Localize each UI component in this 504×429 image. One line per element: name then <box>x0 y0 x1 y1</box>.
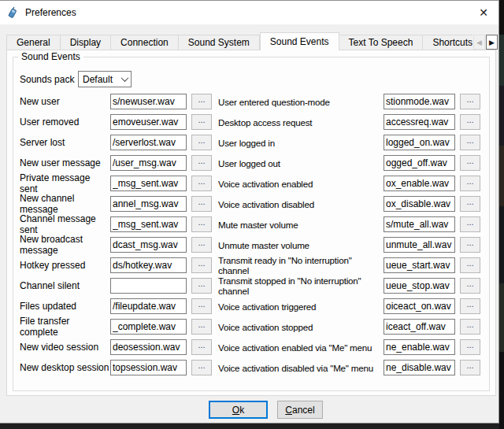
sound-file-input[interactable] <box>110 196 187 212</box>
sound-file-input[interactable] <box>110 135 187 150</box>
browse-button[interactable]: ... <box>460 114 480 130</box>
cancel-button[interactable]: Cancel <box>277 401 323 419</box>
browse-button[interactable]: ... <box>191 135 212 150</box>
browse-button[interactable]: ... <box>191 216 212 232</box>
preferences-dialog: Preferences ✕ GeneralDisplayConnectionSo… <box>0 0 499 423</box>
sound-file-input[interactable] <box>384 237 455 253</box>
sound-file-input[interactable] <box>110 339 187 355</box>
sound-event-row: Voice activation disabled via "Me" menu.… <box>218 360 480 375</box>
tab-general[interactable]: General <box>6 35 61 50</box>
sound-events-column-left: New user...User removed...Server lost...… <box>20 94 212 380</box>
sound-event-row: User entered question-mode... <box>218 94 480 109</box>
browse-button[interactable]: ... <box>460 135 480 150</box>
tab-text-to-speech[interactable]: Text To Speech <box>339 35 424 50</box>
browse-button[interactable]: ... <box>191 155 212 171</box>
sounds-pack-label: Sounds pack <box>20 74 74 85</box>
browse-button[interactable]: ... <box>191 278 212 294</box>
sound-file-input[interactable] <box>110 298 187 314</box>
sound-event-row: Hotkey pressed... <box>20 257 212 273</box>
sound-event-row: Voice activation stopped... <box>218 319 480 335</box>
tab-sound-system[interactable]: Sound System <box>179 35 260 50</box>
browse-button[interactable]: ... <box>460 298 480 314</box>
browse-button[interactable]: ... <box>460 216 480 232</box>
sound-event-label: File transfer complete <box>20 316 110 338</box>
sound-file-input[interactable] <box>384 176 455 191</box>
browse-button[interactable]: ... <box>460 360 480 375</box>
window-title: Preferences <box>25 7 76 18</box>
sound-file-input[interactable] <box>110 176 187 191</box>
sound-file-input[interactable] <box>384 196 455 212</box>
browse-button[interactable]: ... <box>191 257 212 273</box>
sound-event-row: New desktop session... <box>20 360 212 375</box>
sound-event-row: User removed... <box>20 114 212 130</box>
tab-scroll-left-icon: ◀ <box>473 35 485 50</box>
sound-file-input[interactable] <box>110 319 187 335</box>
browse-button[interactable]: ... <box>191 339 212 355</box>
browse-button[interactable]: ... <box>191 196 212 212</box>
ok-button[interactable]: Ok <box>209 401 268 419</box>
sound-event-label: Voice activation enabled via "Me" menu <box>218 342 384 353</box>
sound-file-input[interactable] <box>384 298 455 314</box>
browse-button[interactable]: ... <box>460 339 480 355</box>
groupbox-title: Sound Events <box>18 51 83 62</box>
sound-file-input[interactable] <box>110 278 187 294</box>
browse-button[interactable]: ... <box>460 155 480 171</box>
sound-file-input[interactable] <box>384 339 455 355</box>
sound-event-label: Server lost <box>20 137 110 148</box>
close-icon[interactable]: ✕ <box>472 2 495 23</box>
sound-file-input[interactable] <box>110 114 187 130</box>
sound-event-label: Channel silent <box>20 280 110 291</box>
browse-button[interactable]: ... <box>460 319 480 335</box>
browse-button[interactable]: ... <box>191 298 212 314</box>
browse-button[interactable]: ... <box>191 360 212 375</box>
sound-event-label: Private message sent <box>20 172 110 194</box>
sound-event-label: New video session <box>20 342 110 353</box>
browse-button[interactable]: ... <box>460 257 480 273</box>
browse-button[interactable]: ... <box>191 319 212 335</box>
tab-display[interactable]: Display <box>61 35 111 50</box>
sound-file-input[interactable] <box>384 360 455 375</box>
browse-button[interactable]: ... <box>460 237 480 253</box>
sound-file-input[interactable] <box>110 257 187 273</box>
browse-button[interactable]: ... <box>191 94 212 109</box>
sound-event-row: User logged in... <box>218 135 480 150</box>
browse-button[interactable]: ... <box>191 237 212 253</box>
sound-event-row: User logged out... <box>218 155 480 171</box>
sound-event-row: Channel message sent... <box>20 216 212 232</box>
browse-button[interactable]: ... <box>191 114 212 130</box>
sound-event-label: User removed <box>20 116 110 128</box>
sound-event-row: Mute master volume... <box>218 216 480 232</box>
sound-event-label: Voice activation enabled <box>218 179 384 189</box>
sound-file-input[interactable] <box>110 237 187 253</box>
tab-scroll-right-icon[interactable]: ▶ <box>486 35 498 50</box>
sound-event-row: New user message... <box>20 155 212 171</box>
tab-sound-events[interactable]: Sound Events <box>260 32 339 50</box>
sounds-pack-select[interactable]: Default <box>78 71 132 87</box>
sound-file-input[interactable] <box>384 135 455 150</box>
sound-file-input[interactable] <box>384 257 455 273</box>
sound-event-row: Transmit ready in "No interruption" chan… <box>218 257 480 273</box>
sound-file-input[interactable] <box>384 319 455 335</box>
browse-button[interactable]: ... <box>460 278 480 294</box>
browse-button[interactable]: ... <box>460 94 480 109</box>
browse-button[interactable]: ... <box>191 176 212 191</box>
sound-event-label: Desktop access request <box>218 117 384 128</box>
sound-event-label: User entered question-mode <box>218 97 384 107</box>
sound-file-input[interactable] <box>110 360 187 375</box>
browse-button[interactable]: ... <box>460 176 480 191</box>
sound-file-input[interactable] <box>110 94 187 109</box>
sound-file-input[interactable] <box>384 114 455 130</box>
tab-connection[interactable]: Connection <box>111 35 179 50</box>
sound-event-label: Voice activation disabled <box>218 199 384 209</box>
sound-file-input[interactable] <box>110 216 187 232</box>
sound-file-input[interactable] <box>384 94 455 109</box>
sound-file-input[interactable] <box>384 278 455 294</box>
sound-file-input[interactable] <box>110 155 187 171</box>
sound-event-row: Unmute master volume... <box>218 237 480 253</box>
browse-button[interactable]: ... <box>460 196 480 212</box>
sound-event-row: Desktop access request... <box>218 114 480 130</box>
sound-file-input[interactable] <box>384 155 455 171</box>
sound-event-row: Server lost... <box>20 135 212 150</box>
tab-shortcuts[interactable]: Shortcuts <box>423 35 472 50</box>
sound-file-input[interactable] <box>384 216 455 232</box>
